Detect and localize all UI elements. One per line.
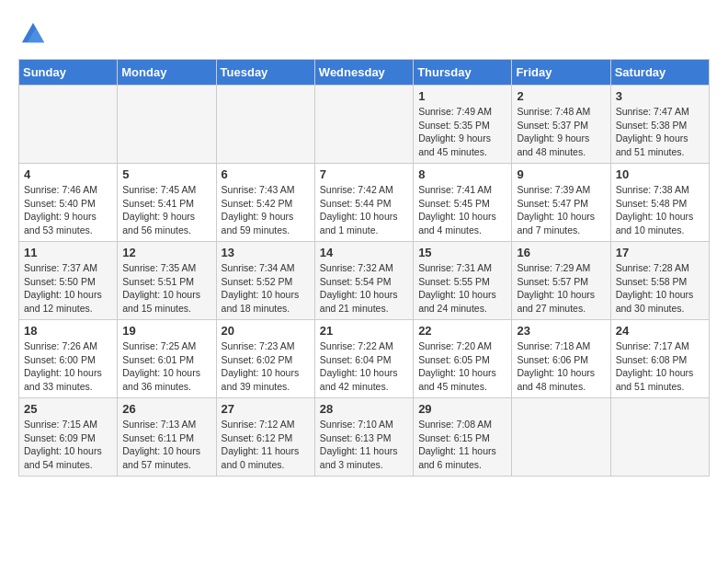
day-info: Sunrise: 7:22 AM Sunset: 6:04 PM Dayligh… <box>320 339 408 394</box>
calendar-week-row: 1Sunrise: 7:49 AM Sunset: 5:35 PM Daylig… <box>19 86 710 164</box>
day-info: Sunrise: 7:47 AM Sunset: 5:38 PM Dayligh… <box>616 105 704 159</box>
logo-text <box>18 18 46 50</box>
day-number: 18 <box>24 324 112 338</box>
calendar-cell: 24Sunrise: 7:17 AM Sunset: 6:08 PM Dayli… <box>610 320 709 398</box>
calendar-week-row: 4Sunrise: 7:46 AM Sunset: 5:40 PM Daylig… <box>19 164 710 242</box>
column-header-monday: Monday <box>118 60 216 86</box>
page-header <box>18 18 710 50</box>
calendar-week-row: 25Sunrise: 7:15 AM Sunset: 6:09 PM Dayli… <box>19 398 710 477</box>
day-number: 9 <box>517 167 605 181</box>
calendar-cell: 16Sunrise: 7:29 AM Sunset: 5:57 PM Dayli… <box>512 242 610 320</box>
calendar-cell: 14Sunrise: 7:32 AM Sunset: 5:54 PM Dayli… <box>314 242 413 320</box>
day-number: 5 <box>122 167 210 181</box>
day-number: 20 <box>222 324 310 338</box>
day-info: Sunrise: 7:25 AM Sunset: 6:01 PM Dayligh… <box>122 339 210 394</box>
calendar-cell <box>118 86 216 164</box>
day-info: Sunrise: 7:18 AM Sunset: 6:06 PM Dayligh… <box>517 339 605 394</box>
day-number: 28 <box>320 402 408 416</box>
day-number: 27 <box>222 402 310 416</box>
day-info: Sunrise: 7:32 AM Sunset: 5:54 PM Dayligh… <box>320 261 408 316</box>
calendar-cell: 26Sunrise: 7:13 AM Sunset: 6:11 PM Dayli… <box>118 398 216 477</box>
day-number: 15 <box>418 246 506 259</box>
calendar-cell: 23Sunrise: 7:18 AM Sunset: 6:06 PM Dayli… <box>512 320 610 398</box>
calendar-cell: 25Sunrise: 7:15 AM Sunset: 6:09 PM Dayli… <box>19 398 118 477</box>
calendar-cell: 10Sunrise: 7:38 AM Sunset: 5:48 PM Dayli… <box>610 164 709 242</box>
calendar-cell: 17Sunrise: 7:28 AM Sunset: 5:58 PM Dayli… <box>610 242 709 320</box>
calendar-cell <box>19 86 118 164</box>
calendar-cell: 13Sunrise: 7:34 AM Sunset: 5:52 PM Dayli… <box>216 242 314 320</box>
day-info: Sunrise: 7:20 AM Sunset: 6:05 PM Dayligh… <box>418 339 506 394</box>
day-number: 12 <box>122 246 210 259</box>
day-number: 29 <box>418 402 506 416</box>
day-number: 19 <box>122 324 210 338</box>
day-number: 1 <box>418 89 506 103</box>
column-header-tuesday: Tuesday <box>216 60 314 86</box>
day-number: 13 <box>222 246 310 259</box>
column-header-wednesday: Wednesday <box>314 60 413 86</box>
calendar-cell: 8Sunrise: 7:41 AM Sunset: 5:45 PM Daylig… <box>414 164 512 242</box>
day-number: 25 <box>24 402 112 416</box>
day-info: Sunrise: 7:17 AM Sunset: 6:08 PM Dayligh… <box>616 339 704 394</box>
calendar-cell: 28Sunrise: 7:10 AM Sunset: 6:13 PM Dayli… <box>314 398 413 477</box>
day-number: 6 <box>222 167 310 181</box>
calendar-week-row: 18Sunrise: 7:26 AM Sunset: 6:00 PM Dayli… <box>19 320 710 398</box>
day-number: 8 <box>418 167 506 181</box>
day-info: Sunrise: 7:26 AM Sunset: 6:00 PM Dayligh… <box>24 339 112 394</box>
calendar-cell: 20Sunrise: 7:23 AM Sunset: 6:02 PM Dayli… <box>216 320 314 398</box>
day-number: 2 <box>517 89 605 103</box>
calendar-cell: 22Sunrise: 7:20 AM Sunset: 6:05 PM Dayli… <box>414 320 512 398</box>
day-number: 24 <box>616 324 704 338</box>
day-info: Sunrise: 7:46 AM Sunset: 5:40 PM Dayligh… <box>24 183 112 237</box>
day-info: Sunrise: 7:43 AM Sunset: 5:42 PM Dayligh… <box>222 183 310 237</box>
day-number: 7 <box>320 167 408 181</box>
day-info: Sunrise: 7:37 AM Sunset: 5:50 PM Dayligh… <box>24 261 112 316</box>
calendar-cell <box>610 398 709 477</box>
calendar-cell: 1Sunrise: 7:49 AM Sunset: 5:35 PM Daylig… <box>414 86 512 164</box>
calendar-cell <box>216 86 314 164</box>
day-info: Sunrise: 7:13 AM Sunset: 6:11 PM Dayligh… <box>122 418 210 472</box>
day-number: 21 <box>320 324 408 338</box>
calendar-cell: 2Sunrise: 7:48 AM Sunset: 5:37 PM Daylig… <box>512 86 610 164</box>
calendar-cell: 21Sunrise: 7:22 AM Sunset: 6:04 PM Dayli… <box>314 320 413 398</box>
day-number: 16 <box>517 246 605 259</box>
day-number: 26 <box>122 402 210 416</box>
day-info: Sunrise: 7:23 AM Sunset: 6:02 PM Dayligh… <box>222 339 310 394</box>
calendar-table: SundayMondayTuesdayWednesdayThursdayFrid… <box>18 59 710 477</box>
calendar-cell: 3Sunrise: 7:47 AM Sunset: 5:38 PM Daylig… <box>610 86 709 164</box>
logo <box>18 18 46 50</box>
day-number: 11 <box>24 246 112 259</box>
day-number: 3 <box>616 89 704 103</box>
calendar-cell: 15Sunrise: 7:31 AM Sunset: 5:55 PM Dayli… <box>414 242 512 320</box>
column-header-sunday: Sunday <box>19 60 118 86</box>
column-header-friday: Friday <box>512 60 610 86</box>
calendar-header-row: SundayMondayTuesdayWednesdayThursdayFrid… <box>19 60 710 86</box>
calendar-cell: 7Sunrise: 7:42 AM Sunset: 5:44 PM Daylig… <box>314 164 413 242</box>
day-number: 10 <box>616 167 704 181</box>
day-info: Sunrise: 7:35 AM Sunset: 5:51 PM Dayligh… <box>122 261 210 316</box>
column-header-saturday: Saturday <box>610 60 709 86</box>
day-info: Sunrise: 7:15 AM Sunset: 6:09 PM Dayligh… <box>24 418 112 472</box>
day-info: Sunrise: 7:12 AM Sunset: 6:12 PM Dayligh… <box>222 418 310 472</box>
calendar-cell <box>314 86 413 164</box>
day-info: Sunrise: 7:10 AM Sunset: 6:13 PM Dayligh… <box>320 418 408 472</box>
calendar-week-row: 11Sunrise: 7:37 AM Sunset: 5:50 PM Dayli… <box>19 242 710 320</box>
day-number: 22 <box>418 324 506 338</box>
day-info: Sunrise: 7:31 AM Sunset: 5:55 PM Dayligh… <box>418 261 506 316</box>
day-info: Sunrise: 7:39 AM Sunset: 5:47 PM Dayligh… <box>517 183 605 237</box>
logo-icon <box>20 18 46 44</box>
day-info: Sunrise: 7:45 AM Sunset: 5:41 PM Dayligh… <box>122 183 210 237</box>
day-number: 4 <box>24 167 112 181</box>
calendar-cell: 12Sunrise: 7:35 AM Sunset: 5:51 PM Dayli… <box>118 242 216 320</box>
day-info: Sunrise: 7:08 AM Sunset: 6:15 PM Dayligh… <box>418 418 506 472</box>
calendar-cell: 9Sunrise: 7:39 AM Sunset: 5:47 PM Daylig… <box>512 164 610 242</box>
calendar-cell: 19Sunrise: 7:25 AM Sunset: 6:01 PM Dayli… <box>118 320 216 398</box>
calendar-cell <box>512 398 610 477</box>
day-info: Sunrise: 7:48 AM Sunset: 5:37 PM Dayligh… <box>517 105 605 159</box>
calendar-cell: 11Sunrise: 7:37 AM Sunset: 5:50 PM Dayli… <box>19 242 118 320</box>
day-number: 17 <box>616 246 704 259</box>
day-info: Sunrise: 7:41 AM Sunset: 5:45 PM Dayligh… <box>418 183 506 237</box>
day-info: Sunrise: 7:29 AM Sunset: 5:57 PM Dayligh… <box>517 261 605 316</box>
day-info: Sunrise: 7:38 AM Sunset: 5:48 PM Dayligh… <box>616 183 704 237</box>
day-info: Sunrise: 7:28 AM Sunset: 5:58 PM Dayligh… <box>616 261 704 316</box>
day-number: 23 <box>517 324 605 338</box>
